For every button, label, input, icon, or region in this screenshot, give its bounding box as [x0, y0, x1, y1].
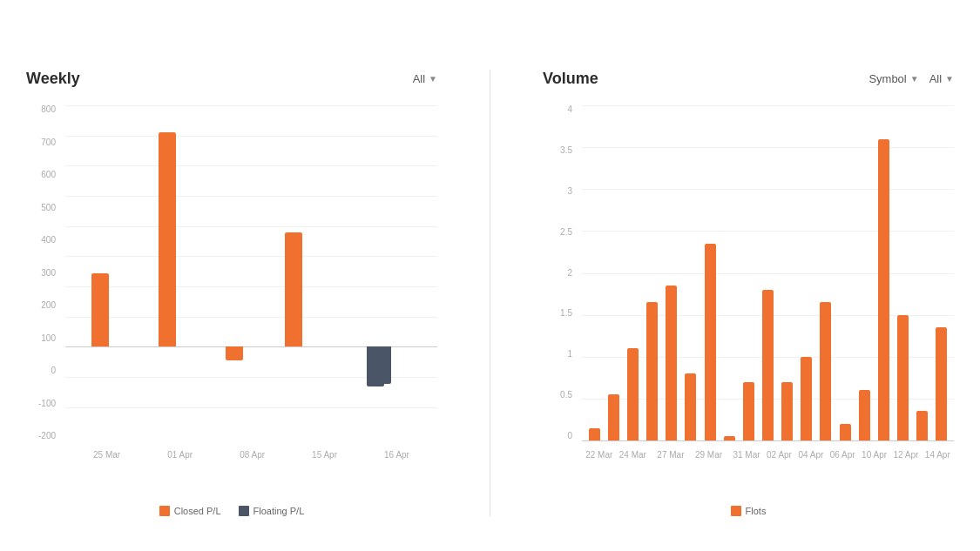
volume-y-axis: 4 3.5 3 2.5 2 1.5 1 0.5 0 — [543, 105, 578, 440]
bar-25mar-closed — [91, 273, 109, 347]
vol-bar-16 — [878, 139, 889, 441]
volume-chart-inner: 22 Mar 24 Mar 27 Mar 29 Mar 31 Mar 02 Ap… — [582, 105, 954, 440]
weekly-x-labels: 25 Mar 01 Apr 08 Apr 15 Apr 16 Apr — [65, 450, 437, 460]
chart-divider — [490, 70, 490, 516]
volume-title: Volume — [543, 70, 598, 88]
vol-bar-13 — [820, 302, 831, 440]
volume-x-labels: 22 Mar 24 Mar 27 Mar 29 Mar 31 Mar 02 Ap… — [582, 450, 954, 460]
weekly-section: Weekly All ▼ 800 700 600 500 400 300 200… — [26, 70, 437, 516]
weekly-header: Weekly All ▼ — [26, 70, 437, 88]
vol-bar-3 — [627, 348, 639, 440]
chevron-down-icon: ▼ — [429, 74, 437, 84]
closed-pl-legend: Closed P/L — [159, 506, 221, 516]
vol-bar-9 — [743, 382, 754, 440]
floating-pl-legend: Floating P/L — [239, 506, 305, 516]
closed-pl-color — [159, 506, 170, 516]
vol-bar-14 — [840, 424, 851, 440]
vol-bar-17 — [897, 315, 909, 440]
vol-bar-2 — [608, 394, 619, 440]
vol-bar-15 — [859, 390, 870, 440]
vol-bar-12 — [801, 357, 812, 440]
volume-section: Volume Symbol ▼ All ▼ 4 3.5 3 2.5 2 1 — [543, 70, 954, 516]
volume-controls: Symbol ▼ All ▼ — [868, 72, 954, 85]
volume-chart-area: 4 3.5 3 2.5 2 1.5 1 0.5 0 — [543, 105, 954, 467]
bar-08apr-closed — [226, 346, 243, 359]
chevron-down-icon: ▼ — [910, 74, 919, 84]
volume-header: Volume Symbol ▼ All ▼ — [543, 70, 954, 88]
vol-bar-8 — [724, 436, 735, 440]
vol-bar-1 — [589, 428, 600, 440]
weekly-legend: Closed P/L Floating P/L — [26, 506, 437, 516]
vol-bar-5 — [666, 286, 677, 440]
dashboard: Weekly All ▼ 800 700 600 500 400 300 200… — [0, 0, 980, 551]
flots-legend: Flots — [731, 506, 767, 516]
bar-01apr-closed — [159, 132, 176, 346]
bar-16apr-floating — [374, 346, 391, 383]
symbol-filter-dropdown[interactable]: Symbol ▼ — [868, 72, 918, 85]
vol-bar-18 — [916, 411, 928, 440]
chevron-down-icon: ▼ — [945, 74, 954, 84]
flots-color — [731, 506, 741, 516]
weekly-y-axis: 800 700 600 500 400 300 200 100 0 -100 -… — [26, 105, 61, 440]
weekly-chart-area: 800 700 600 500 400 300 200 100 0 -100 -… — [26, 105, 437, 467]
volume-all-filter-dropdown[interactable]: All ▼ — [929, 72, 954, 85]
vol-bar-10 — [762, 290, 774, 440]
weekly-title: Weekly — [26, 70, 80, 88]
weekly-filter-dropdown[interactable]: All ▼ — [413, 72, 437, 85]
vol-bar-7 — [705, 244, 716, 440]
volume-bars-container — [582, 105, 954, 440]
vol-bar-19 — [936, 327, 947, 440]
floating-pl-color — [239, 506, 249, 516]
vol-bar-11 — [781, 382, 793, 440]
volume-legend: Flots — [543, 506, 954, 516]
weekly-bars — [65, 105, 437, 440]
vol-bar-4 — [646, 302, 658, 440]
bar-15apr-closed — [285, 232, 302, 346]
weekly-chart-inner: 25 Mar 01 Apr 08 Apr 15 Apr 16 Apr — [65, 105, 437, 440]
vol-bar-6 — [685, 373, 696, 440]
